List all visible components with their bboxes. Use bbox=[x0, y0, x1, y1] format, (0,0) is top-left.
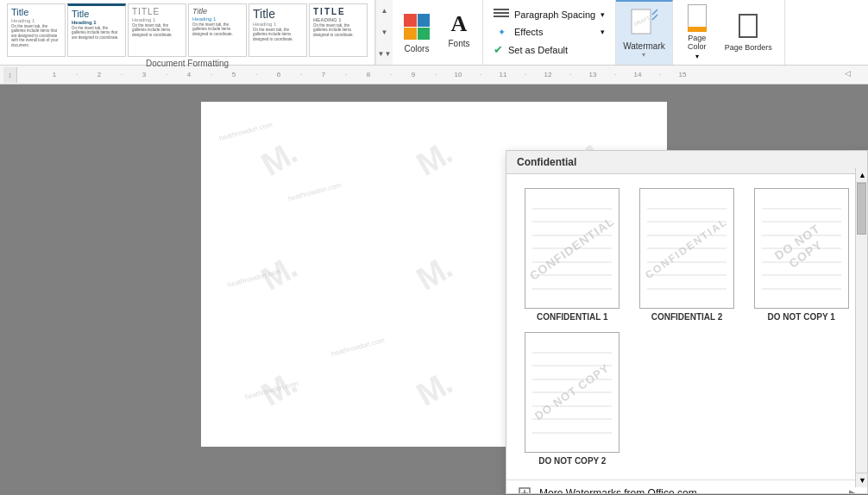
scroll-up-btn[interactable]: ▲ bbox=[376, 0, 393, 22]
wm-label-confidential-2: CONFIDENTIAL 2 bbox=[651, 312, 723, 322]
ribbon: Title Heading 1 On the insert tab, the g… bbox=[0, 0, 868, 66]
scroll-thumb[interactable] bbox=[857, 183, 866, 235]
colors-fonts-section: Colors A Fonts bbox=[393, 0, 483, 65]
ruler-numbers: 1 · 2 · 3 · 4 · 5 · 6 · 7 · 8 · 9 · 10 ·… bbox=[17, 71, 694, 78]
wm-cell-5: M. bbox=[338, 185, 531, 362]
watermark-svg: DRAFT bbox=[628, 8, 659, 39]
wm-item-do-not-copy-2[interactable]: DO NOT COPY DO NOT COPY 2 bbox=[515, 327, 630, 471]
wm-cell-8: M. bbox=[338, 301, 531, 447]
dropdown-header: Confidential bbox=[506, 151, 867, 174]
paragraph-spacing-button[interactable]: Paragraph Spacing ▾ bbox=[490, 7, 608, 22]
paragraph-spacing-label: Paragraph Spacing bbox=[514, 9, 595, 20]
wm-cell-1: M. bbox=[201, 102, 374, 248]
fonts-label: Fonts bbox=[448, 39, 469, 48]
set-default-label: Set as Default bbox=[508, 45, 568, 55]
paragraph-spacing-icon bbox=[494, 9, 509, 21]
wm-label-do-not-copy-2: DO NOT COPY 2 bbox=[538, 456, 606, 466]
watermark-label: Watermark bbox=[623, 41, 665, 51]
watermark-icon: DRAFT bbox=[628, 5, 659, 41]
style-item-2[interactable]: Title Heading 1 On the insert tab, the g… bbox=[67, 3, 126, 57]
watermark-dropdown: Confidential bbox=[506, 150, 868, 494]
wm-label-do-not-copy-1: DO NOT COPY 1 bbox=[768, 312, 835, 322]
ruler-right-indicator: ◁ bbox=[845, 69, 851, 78]
colors-fonts-row: Colors A Fonts bbox=[398, 8, 477, 57]
paragraph-spacing-chevron: ▾ bbox=[601, 10, 605, 19]
dropdown-scrollbar[interactable]: ▲ ▼ bbox=[855, 168, 867, 487]
scroll-up-arrow[interactable]: ▲ bbox=[856, 168, 867, 183]
style-scroll[interactable]: ▲ ▼ ▼▼ bbox=[375, 0, 393, 65]
fonts-icon: A bbox=[446, 11, 472, 37]
doc-formatting-label: Document Formatting bbox=[146, 59, 229, 68]
wm-cell-4: M. bbox=[201, 185, 374, 362]
page-color-chevron: ▾ bbox=[695, 53, 699, 60]
watermark-chevron: ▾ bbox=[642, 51, 645, 59]
scroll-more-btn[interactable]: ▼▼ bbox=[376, 43, 393, 65]
wm-item-do-not-copy-1[interactable]: DO NOT COPY DO NOT COPY 1 bbox=[744, 183, 859, 327]
more-watermarks-icon bbox=[517, 486, 532, 493]
dropdown-scroll-area[interactable]: CONFIDENTIAL CONFIDENTIAL 1 bbox=[506, 174, 867, 493]
wm-text-2: heathrowdon.com bbox=[287, 181, 343, 203]
watermark-section[interactable]: DRAFT Watermark ▾ bbox=[616, 0, 673, 65]
style-item-1[interactable]: Title Heading 1 On the insert tab, the g… bbox=[7, 3, 66, 57]
more-watermarks-label: More Watermarks from Office.com bbox=[539, 487, 697, 493]
page-borders-icon bbox=[736, 14, 760, 41]
style-item-6[interactable]: TITLE HEADING 1 On the insert tab, the g… bbox=[309, 3, 368, 57]
page-color-icon bbox=[685, 4, 709, 32]
style-item-4[interactable]: Title Heading 1 On the insert tab, the g… bbox=[188, 3, 247, 57]
effects-button[interactable]: ✦ Effects ▾ bbox=[490, 24, 608, 40]
wm-item-confidential-1[interactable]: CONFIDENTIAL CONFIDENTIAL 1 bbox=[515, 183, 630, 327]
page-borders-button[interactable]: Page Borders bbox=[718, 10, 779, 55]
wm-label-confidential-1: CONFIDENTIAL 1 bbox=[537, 312, 608, 322]
doc-formatting-section: Title Heading 1 On the insert tab, the g… bbox=[0, 0, 375, 65]
wm-cell-2: M. bbox=[338, 102, 531, 248]
effects-label: Effects bbox=[514, 27, 543, 37]
wm-text-1: heathrowdon.com bbox=[218, 121, 274, 142]
fonts-button[interactable]: A Fonts bbox=[441, 8, 477, 57]
page-borders-label: Page Borders bbox=[725, 43, 772, 52]
effects-chevron: ▾ bbox=[601, 28, 605, 36]
more-watermarks-item[interactable]: More Watermarks from Office.com ▶ bbox=[506, 480, 867, 493]
wm-cell-7: M. bbox=[201, 301, 374, 447]
set-default-icon: ✔ bbox=[494, 43, 503, 56]
colors-label: Colors bbox=[405, 44, 430, 53]
wm-text-3: heathrowdon.com bbox=[227, 267, 282, 289]
scroll-down-btn[interactable]: ▼ bbox=[376, 22, 393, 43]
colors-icon bbox=[403, 11, 431, 42]
set-default-button[interactable]: ✔ Set as Default bbox=[490, 41, 608, 58]
scroll-down-arrow[interactable]: ▼ bbox=[856, 473, 867, 487]
ruler-corner: ↕ bbox=[3, 67, 17, 83]
wm-preview-do-not-copy-1: DO NOT COPY bbox=[754, 188, 849, 309]
page-color-button[interactable]: PageColor ▾ bbox=[678, 1, 716, 64]
wm-text-4: heathrowdon.com bbox=[330, 336, 386, 358]
colors-button[interactable]: Colors bbox=[398, 8, 436, 57]
page-color-label: PageColor bbox=[688, 34, 707, 51]
paragraph-section: Paragraph Spacing ▾ ✦ Effects ▾ ✔ Set as… bbox=[483, 0, 616, 65]
dropdown-menu-items: More Watermarks from Office.com ▶ Aa Cus… bbox=[506, 479, 867, 493]
style-item-5[interactable]: Title Heading 1 On the insert tab, the g… bbox=[248, 3, 307, 57]
page-color-borders-section: PageColor ▾ Page Borders bbox=[673, 0, 785, 65]
document-area: M. M. M. M. M. M. M. M. M. heathrowdon.c… bbox=[0, 85, 868, 495]
watermark-grid: CONFIDENTIAL CONFIDENTIAL 1 bbox=[506, 174, 867, 479]
wm-preview-confidential-2: CONFIDENTIAL bbox=[639, 188, 734, 309]
wm-preview-confidential-1: CONFIDENTIAL bbox=[525, 188, 620, 309]
ruler: ↕ 1 · 2 · 3 · 4 · 5 · 6 · 7 · 8 · 9 · 10… bbox=[0, 66, 868, 85]
wm-text-5: heathrowdon.com bbox=[244, 379, 299, 401]
effects-icon: ✦ bbox=[494, 26, 509, 38]
more-watermarks-arrow: ▶ bbox=[849, 487, 857, 493]
style-item-3[interactable]: TITLE Heading 1 On the insert tab, the g… bbox=[128, 3, 186, 57]
wm-preview-do-not-copy-2: DO NOT COPY bbox=[525, 332, 620, 453]
wm-item-confidential-2[interactable]: CONFIDENTIAL CONFIDENTIAL 2 bbox=[630, 183, 745, 327]
